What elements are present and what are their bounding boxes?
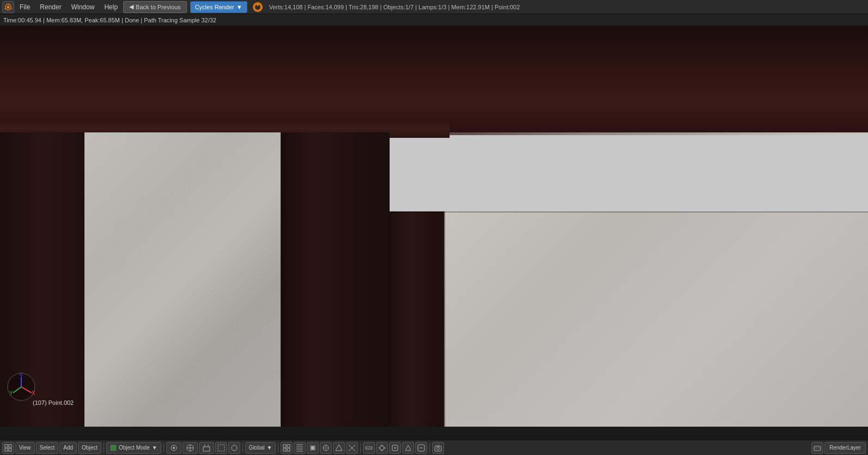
svg-point-59	[437, 447, 440, 450]
tool-btn-4[interactable]	[402, 442, 414, 454]
select-menu-button[interactable]: Select	[36, 442, 59, 454]
transform-button[interactable]	[199, 442, 214, 454]
tool-btn-3[interactable]	[389, 442, 401, 454]
circle-select-icon	[230, 444, 238, 452]
grid-btn-1[interactable]	[281, 442, 293, 454]
status-text: Time:00:45.94 | Mem:65.83M, Peak:65.85M …	[3, 17, 216, 23]
render-layer-icon-btn[interactable]	[811, 442, 823, 454]
blender-logo-button[interactable]	[2, 1, 14, 13]
grid-icon-1	[283, 444, 290, 452]
grid-btn-2[interactable]	[294, 442, 306, 454]
svg-marker-44	[336, 445, 342, 451]
noise-overlay-left	[84, 132, 281, 427]
svg-rect-19	[9, 448, 11, 451]
object-mode-arrow-icon: ▼	[152, 445, 157, 451]
add-label: Add	[63, 445, 73, 451]
blender-icon	[252, 1, 264, 13]
render-layer-badge[interactable]: RenderLayer	[824, 442, 866, 454]
tool-btn-1[interactable]	[363, 442, 375, 454]
pivot-icon	[169, 444, 178, 452]
pivot-button[interactable]	[166, 442, 181, 454]
box-select-icon	[217, 444, 225, 452]
tool-icon-4	[404, 444, 412, 452]
svg-rect-29	[218, 445, 224, 451]
svg-line-4	[4, 8, 5, 9]
grid-btn-4[interactable]	[320, 442, 332, 454]
grid-btn-3[interactable]	[307, 442, 319, 454]
circle-select-button[interactable]	[228, 442, 240, 454]
svg-rect-31	[283, 445, 286, 447]
view-label: View	[19, 445, 31, 451]
back-to-previous-label: Back to Previous	[136, 4, 181, 10]
grid-icon-3	[309, 444, 317, 452]
render-dropdown-arrow-icon: ▼	[236, 4, 242, 10]
object-mode-label: Object Mode	[119, 445, 150, 451]
separator-3	[242, 443, 243, 453]
add-menu-button[interactable]: Add	[59, 442, 77, 454]
tool-btn-2[interactable]	[376, 442, 388, 454]
svg-point-7	[257, 4, 259, 6]
object-label: Object	[82, 445, 98, 451]
select-label: Select	[40, 445, 55, 451]
viewport-icon-button[interactable]	[2, 442, 14, 454]
svg-rect-16	[5, 445, 8, 447]
global-arrow-icon: ▼	[267, 445, 272, 451]
grid-icon-5	[335, 444, 343, 452]
svg-point-1	[7, 5, 9, 8]
svg-rect-20	[111, 445, 116, 451]
object-mode-icon	[110, 445, 117, 451]
menu-file[interactable]: File	[15, 1, 34, 13]
svg-rect-32	[287, 445, 290, 447]
svg-rect-8	[84, 132, 281, 427]
render-mode-label: Cycles Render	[195, 4, 234, 10]
separator-1	[104, 443, 104, 453]
right-wall-panel	[432, 211, 868, 427]
menu-render[interactable]: Render	[35, 1, 65, 13]
box-select-button[interactable]	[215, 442, 227, 454]
object-menu-button[interactable]: Object	[78, 442, 101, 454]
camera-icon	[434, 444, 442, 452]
ceiling-dark	[0, 26, 868, 132]
menu-help[interactable]: Help	[100, 1, 122, 13]
back-to-previous-button[interactable]: ◀ Back to Previous	[123, 1, 187, 13]
grid-icon-4	[322, 444, 330, 452]
object-mode-dropdown[interactable]: Object Mode ▼	[106, 442, 161, 454]
svg-rect-18	[5, 448, 8, 451]
grid-btn-6[interactable]	[346, 442, 358, 454]
camera-button[interactable]	[432, 442, 444, 454]
center-divider	[281, 132, 390, 427]
svg-text:Y: Y	[9, 390, 13, 396]
top-menu-bar: File Render Window Help ◀ Back to Previo…	[0, 0, 868, 14]
svg-point-22	[173, 447, 175, 449]
render-layer-icon	[814, 444, 821, 452]
svg-rect-47	[366, 447, 372, 449]
svg-rect-17	[9, 445, 11, 447]
top-stats-text: Verts:14,108 | Faces:14,099 | Tris:28,19…	[269, 4, 520, 10]
tool-icon-1	[365, 444, 373, 452]
snap-button[interactable]	[183, 442, 198, 454]
menu-window[interactable]: Window	[67, 1, 99, 13]
tool-icon-5	[417, 444, 425, 452]
separator-6	[429, 443, 430, 453]
render-mode-dropdown[interactable]: Cycles Render ▼	[190, 1, 247, 13]
svg-rect-26	[203, 447, 210, 451]
render-area: Z X Y (107) Point.002	[0, 26, 868, 427]
svg-rect-33	[283, 448, 286, 451]
svg-rect-40	[311, 446, 314, 450]
grid-icon-2	[296, 444, 304, 452]
horizontal-intersection-line	[390, 211, 868, 213]
grid-btn-5[interactable]	[333, 442, 345, 454]
back-arrow-icon: ◀	[129, 3, 133, 10]
separator-4	[278, 443, 278, 453]
svg-rect-61	[814, 446, 821, 451]
separator-2	[163, 443, 164, 453]
tool-icon-2	[378, 444, 386, 452]
view-menu-button[interactable]: View	[15, 442, 35, 454]
tool-btn-5[interactable]	[415, 442, 427, 454]
object-name-text: Point.002	[48, 399, 74, 406]
frame-number: (107)	[33, 399, 47, 406]
global-label: Global	[249, 445, 265, 451]
object-name-label: (107) Point.002	[33, 399, 74, 406]
global-dropdown[interactable]: Global ▼	[245, 442, 276, 454]
svg-point-30	[232, 445, 237, 451]
